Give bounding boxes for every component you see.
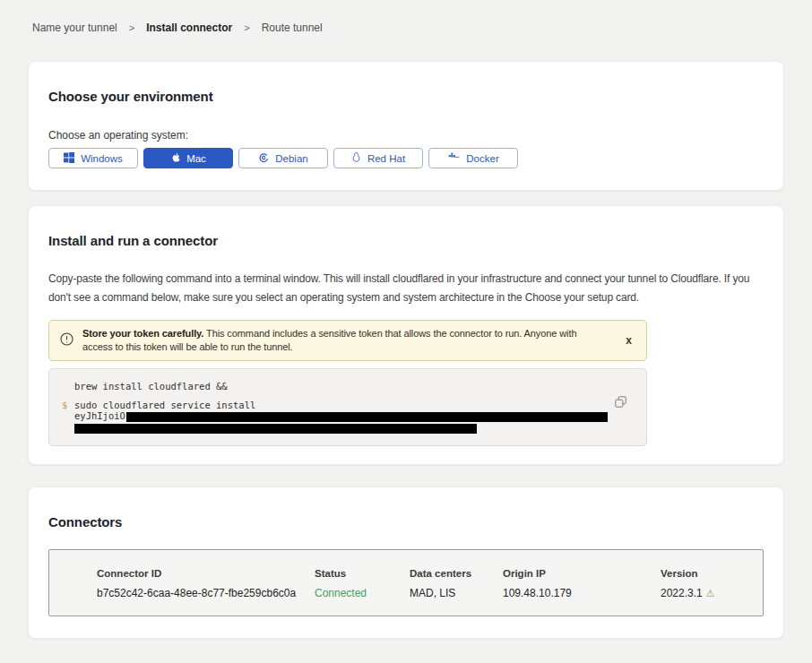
connector-id-value: b7c52c42-6caa-48ee-8c77-fbe259cb6c0a [97,587,315,599]
breadcrumb-separator: > [244,22,249,33]
token-warning-title: Store your token carefully. [82,328,203,339]
connectors-card-title: Connectors [48,514,764,530]
install-card-title: Install and run a connector [48,233,764,248]
connectors-card: Connectors Connector ID Status Data cent… [28,486,784,639]
redacted-token-bar [126,412,608,422]
connectors-table-grid: Connector ID Status Data centers Origin … [97,568,754,599]
connectors-table: Connector ID Status Data centers Origin … [48,549,764,616]
column-header-version: Version [661,568,754,579]
redacted-token-bar [74,424,477,434]
os-button-redhat[interactable]: Red Hat [333,148,423,168]
connector-data-centers-value: MAD, LIS [410,587,503,599]
code-line-token-2 [62,422,634,434]
os-button-group: Windows Mac Debian [48,148,764,168]
os-select-label: Choose an operating system: [48,129,764,142]
breadcrumb-route-tunnel[interactable]: Route tunnel [262,22,323,34]
os-button-label: Windows [81,153,123,164]
connector-origin-ip-value: 109.48.10.179 [503,587,661,599]
copy-icon[interactable] [615,396,626,410]
windows-icon [64,152,74,165]
os-button-windows[interactable]: Windows [48,148,138,168]
apple-icon [170,151,180,165]
install-description: Copy-paste the following command into a … [48,270,764,307]
code-line-service-install: $ sudo cloudflared service install [62,400,634,410]
environment-card-title: Choose your environment [48,89,764,104]
version-warning-icon: ⚠ [706,588,715,598]
install-command-code-block: brew install cloudflared && $ sudo cloud… [48,368,647,446]
column-header-origin-ip: Origin IP [503,568,661,579]
redhat-icon [351,151,361,165]
breadcrumb-separator: > [129,22,134,33]
install-connector-card: Install and run a connector Copy-paste t… [28,205,784,465]
os-button-label: Debian [275,153,307,164]
code-line-token: eyJhIjoiO [62,410,634,422]
os-button-debian[interactable]: Debian [238,148,328,168]
os-button-mac[interactable]: Mac [143,148,233,168]
breadcrumb: Name your tunnel > Install connector > R… [32,0,784,34]
column-header-status: Status [315,568,410,579]
column-header-data-centers: Data centers [410,568,503,579]
os-button-docker[interactable]: Docker [428,148,518,168]
breadcrumb-name-your-tunnel[interactable]: Name your tunnel [32,22,117,34]
connector-status-value: Connected [315,587,410,599]
os-button-label: Mac [186,153,206,164]
token-warning-text: Store your token carefully. This command… [82,327,600,354]
shell-prompt: $ [62,400,67,410]
connector-version-value: 2022.3.1⚠ [661,587,754,599]
breadcrumb-install-connector[interactable]: Install connector [146,22,232,34]
close-icon[interactable]: x [624,334,634,347]
column-header-connector-id: Connector ID [97,568,315,579]
docker-icon [447,152,460,164]
token-warning-banner: Store your token carefully. This command… [48,320,647,361]
page: Name your tunnel > Install connector > R… [0,0,812,663]
code-line-brew: brew install cloudflared && [62,381,634,392]
debian-icon [258,152,269,165]
alert-info-icon [60,332,73,349]
choose-environment-card: Choose your environment Choose an operat… [28,61,784,191]
os-button-label: Red Hat [367,153,405,164]
os-button-label: Docker [466,153,498,164]
